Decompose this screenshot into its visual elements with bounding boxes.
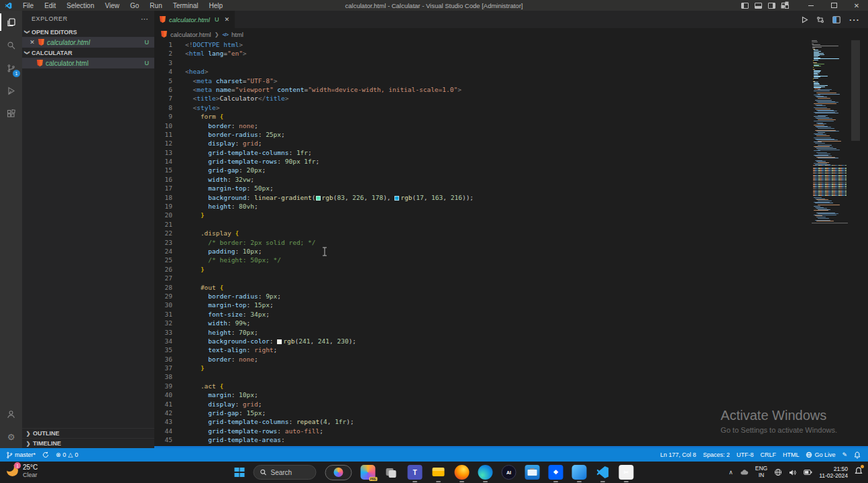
line-number[interactable]: 32 — [154, 319, 172, 327]
line-number[interactable]: 29 — [154, 292, 172, 301]
code-line[interactable]: 1<!DOCTYPE html> — [154, 40, 868, 49]
minimize-button[interactable] — [800, 0, 822, 11]
code-line[interactable]: 33 height: 70px; — [154, 328, 868, 337]
volume-icon[interactable] — [789, 469, 797, 476]
line-number[interactable]: 16 — [154, 175, 172, 184]
outline-section[interactable]: ❯ OUTLINE — [22, 428, 154, 438]
tab-calculator-html[interactable]: calculator.html U ✕ — [154, 11, 235, 28]
notifications-bell-icon[interactable] — [851, 451, 864, 459]
line-number[interactable]: 10 — [154, 121, 172, 130]
code-line[interactable]: 18 background: linear-gradient(rgb(83, 2… — [154, 193, 868, 202]
problems-indicator[interactable]: ⊗ 0 △ 0 — [52, 451, 82, 458]
encoding-setting[interactable]: UTF-8 — [733, 451, 757, 458]
dropbox-icon[interactable]: ❖ — [549, 465, 563, 480]
code-line[interactable]: 26 } — [154, 265, 868, 274]
explorer-icon[interactable] — [0, 11, 22, 34]
code-line[interactable]: 17 margin-top: 50px; — [154, 184, 868, 193]
search-icon[interactable] — [0, 34, 22, 56]
line-number[interactable]: 6 — [154, 85, 172, 94]
code-line[interactable]: 10 border: none; — [154, 121, 868, 130]
line-number[interactable]: 17 — [154, 184, 172, 193]
code-line[interactable]: 5 <meta charset="UTF-8"> — [154, 76, 868, 85]
menu-view[interactable]: View — [100, 2, 125, 9]
file-tree-item[interactable]: calculator.html U — [22, 58, 154, 68]
code-line[interactable]: 30 margin-top: 15px; — [154, 301, 868, 309]
timeline-section[interactable]: ❯ TIMELINE — [22, 438, 154, 448]
line-number[interactable]: 39 — [154, 382, 172, 390]
clock-widget[interactable]: 21:50 11-02-2024 — [819, 466, 848, 479]
close-button[interactable]: ✕ — [845, 0, 868, 11]
line-number[interactable]: 41 — [154, 400, 172, 409]
line-number[interactable]: 11 — [154, 130, 172, 139]
code-line[interactable]: 23 /* border: 2px solid red; */ — [154, 238, 868, 247]
extensions-icon[interactable] — [0, 102, 22, 125]
line-number[interactable]: 15 — [154, 166, 172, 174]
line-number[interactable]: 23 — [154, 238, 172, 247]
cursor-position[interactable]: Ln 177, Col 8 — [657, 451, 700, 458]
line-number[interactable]: 25 — [154, 256, 172, 264]
code-line[interactable]: 4<head> — [154, 67, 868, 76]
line-number[interactable]: 35 — [154, 345, 172, 354]
start-button[interactable] — [235, 468, 245, 478]
line-number[interactable]: 42 — [154, 409, 172, 417]
onedrive-icon[interactable] — [740, 469, 749, 476]
language-indicator[interactable]: ENG IN — [755, 466, 767, 479]
maximize-button[interactable] — [822, 0, 845, 11]
code-line[interactable]: 39 .act { — [154, 382, 868, 390]
line-number[interactable]: 24 — [154, 247, 172, 256]
code-line[interactable]: 22 .display { — [154, 229, 868, 237]
pen-icon[interactable]: ✎ — [838, 451, 851, 458]
search-box[interactable]: Search — [254, 465, 317, 480]
line-number[interactable]: 44 — [154, 427, 172, 435]
indentation-setting[interactable]: Spaces: 2 — [700, 451, 733, 458]
line-number[interactable]: 27 — [154, 274, 172, 282]
code-line[interactable]: 38 — [154, 372, 868, 381]
line-number[interactable]: 20 — [154, 211, 172, 219]
sync-changes-button[interactable] — [39, 451, 52, 458]
code-line[interactable]: 14 grid-template-rows: 90px 1fr; — [154, 157, 868, 166]
line-number[interactable]: 30 — [154, 301, 172, 309]
line-number[interactable]: 33 — [154, 328, 172, 337]
code-line[interactable]: 21 — [154, 220, 868, 229]
code-line[interactable]: 37 } — [154, 364, 868, 372]
line-number[interactable]: 3 — [154, 58, 172, 67]
code-line[interactable]: 41 display: grid; — [154, 400, 868, 409]
file-explorer-icon[interactable] — [431, 465, 446, 480]
git-branch-indicator[interactable]: master* — [3, 451, 39, 459]
line-number[interactable]: 8 — [154, 103, 172, 112]
code-line[interactable]: 12 display: grid; — [154, 139, 868, 148]
firefox-icon[interactable] — [455, 465, 470, 480]
menu-terminal[interactable]: Terminal — [168, 2, 204, 9]
folder-section[interactable]: ❯ CALCULATAR — [22, 48, 154, 58]
minimap[interactable] — [812, 40, 848, 223]
copilot-icon[interactable] — [325, 465, 352, 480]
open-editor-item[interactable]: ✕ calculator.html U — [22, 37, 154, 48]
toggle-secondary-sidebar-icon[interactable] — [768, 3, 775, 9]
code-line[interactable]: 31 font-size: 34px; — [154, 310, 868, 319]
line-number[interactable]: 13 — [154, 148, 172, 157]
code-line[interactable]: 8 <style> — [154, 103, 868, 112]
line-number[interactable]: 18 — [154, 193, 172, 202]
line-number[interactable]: 21 — [154, 220, 172, 229]
code-line[interactable]: 11 border-radius: 25px; — [154, 130, 868, 139]
source-control-icon[interactable]: 1 — [0, 56, 22, 79]
go-live-button[interactable]: Go Live — [802, 451, 838, 458]
language-mode[interactable]: HTML — [779, 451, 803, 458]
more-actions-icon[interactable]: ⋯ — [849, 13, 860, 26]
close-tab-icon[interactable]: ✕ — [224, 16, 229, 23]
edge-icon[interactable] — [478, 465, 493, 480]
split-editor-icon[interactable] — [832, 16, 840, 23]
code-line[interactable]: 25 /* height: 50px; */ — [154, 256, 868, 264]
run-debug-icon[interactable] — [0, 79, 22, 102]
customize-layout-icon[interactable] — [781, 3, 789, 9]
code-line[interactable]: 2<html lang="en"> — [154, 49, 868, 58]
code-line[interactable]: 29 border-radius: 9px; — [154, 292, 868, 301]
breadcrumb-symbol[interactable]: html — [231, 31, 243, 38]
close-editor-icon[interactable]: ✕ — [29, 39, 36, 46]
line-number[interactable]: 2 — [154, 49, 172, 58]
breadcrumb-file[interactable]: calculator.html — [170, 31, 211, 38]
vscode-icon[interactable] — [596, 465, 610, 480]
code-line[interactable]: 9 form { — [154, 112, 868, 121]
code-line[interactable]: 32 width: 99%; — [154, 319, 868, 327]
snipping-tool-icon[interactable]: ✂ — [619, 465, 634, 480]
